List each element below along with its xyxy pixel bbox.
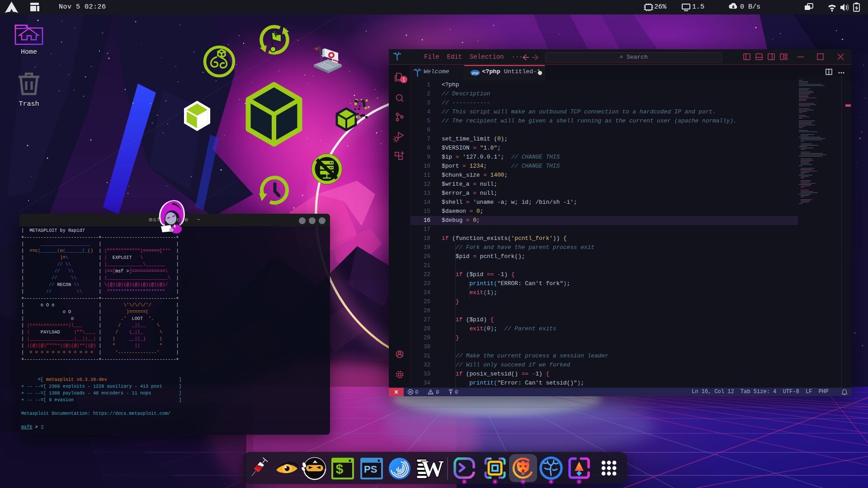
svg-text:W: W xyxy=(421,456,444,481)
svg-text:php: php xyxy=(472,71,479,75)
svg-text:0: 0 xyxy=(415,389,418,396)
svg-text:$: $ xyxy=(335,462,344,478)
svg-text:0: 0 xyxy=(436,389,439,396)
svg-text:PS: PS xyxy=(364,464,377,475)
svg-text:0: 0 xyxy=(455,389,458,396)
